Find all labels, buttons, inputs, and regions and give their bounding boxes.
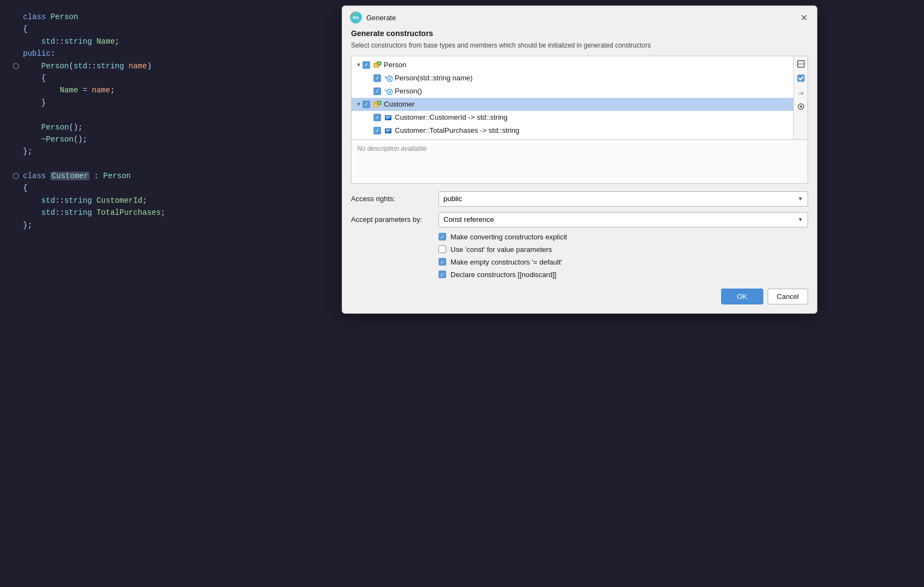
check-all-button[interactable]	[796, 73, 806, 84]
svg-rect-19	[385, 128, 391, 133]
person-class-icon: C +	[373, 61, 382, 69]
description-box: No description available	[351, 140, 808, 184]
customer-id-checkbox[interactable]: ✓	[373, 114, 381, 121]
tree-row-person-ctor-default[interactable]: ✓ * Person()	[352, 85, 793, 98]
tree-arrow: ▼	[355, 101, 362, 107]
person-label: Person	[384, 61, 406, 69]
tree-row-customer-total[interactable]: ✓ Customer::TotalPurchases -> std::strin…	[352, 124, 793, 137]
tree-row-customer[interactable]: ▼ ✓ C + C	[352, 98, 793, 111]
dialog-titlebar: RD Generate ✕	[342, 6, 817, 29]
person-ctor-default-label: Person()	[395, 87, 422, 95]
code-line: }	[11, 97, 230, 109]
tree-row-customer-id[interactable]: ✓ Customer::CustomerId -> std::string	[352, 111, 793, 124]
settings-button[interactable]	[796, 101, 806, 112]
const-label: Use 'const' for value parameters	[451, 245, 552, 254]
svg-text:z: z	[802, 91, 804, 94]
access-rights-label: Access rights:	[351, 195, 438, 203]
customer-class-icon: C +	[373, 100, 382, 109]
svg-text:+: +	[378, 62, 381, 66]
generate-dialog: RD Generate ✕ Generate constructors Sele…	[342, 5, 817, 314]
checkboxes-area: ✓ Make converting constructors explicit …	[351, 233, 808, 279]
code-line: ~Person();	[11, 133, 230, 145]
svg-rect-20	[386, 130, 390, 131]
customer-total-label: Customer::TotalPurchases -> std::string	[395, 126, 519, 134]
description-text: No description available	[357, 145, 426, 152]
nodiscard-label: Declare constructors [[nodiscard]]	[451, 271, 557, 279]
ok-button[interactable]: OK	[721, 289, 763, 304]
svg-text:C: C	[375, 63, 378, 68]
rd-logo: RD	[350, 11, 362, 24]
svg-rect-17	[386, 116, 390, 118]
svg-point-10	[387, 89, 393, 95]
customer-id-label: Customer::CustomerId -> std::string	[395, 113, 507, 121]
code-line	[11, 109, 230, 121]
dialog-overlay: RD Generate ✕ Generate constructors Sele…	[235, 0, 924, 587]
accept-params-label: Accept parameters by:	[351, 215, 438, 224]
accept-params-row: Accept parameters by: Const reference ▼	[351, 212, 808, 227]
code-line: {	[11, 72, 230, 84]
svg-rect-24	[798, 75, 804, 81]
close-button[interactable]: ✕	[798, 12, 809, 23]
checkbox-row-nodiscard: ✓ Declare constructors [[nodiscard]]	[351, 271, 808, 279]
customer-total-checkbox[interactable]: ✓	[373, 127, 381, 134]
svg-point-29	[800, 105, 802, 108]
svg-rect-18	[386, 118, 389, 119]
code-line: {	[11, 23, 230, 35]
gutter-circle-2	[11, 173, 21, 179]
default-checkbox[interactable]: ✓	[438, 258, 446, 266]
explicit-label: Make converting constructors explicit	[451, 233, 567, 241]
dialog-title: Generate	[366, 14, 798, 22]
svg-rect-21	[386, 131, 389, 132]
tree-row-person[interactable]: ▼ ✓ C +	[352, 58, 793, 72]
nodiscard-checkbox[interactable]: ✓	[438, 271, 446, 278]
access-rights-select[interactable]: public ▼	[438, 191, 808, 207]
code-line: public:	[11, 48, 230, 60]
ctor-default-icon: *	[384, 87, 393, 96]
explicit-checkbox[interactable]: ✓	[438, 233, 446, 240]
cancel-button[interactable]: Cancel	[768, 289, 808, 304]
dialog-body: Generate constructors Select constructor…	[342, 29, 817, 313]
code-line: std::string TotalPurchases;	[11, 207, 230, 219]
section-description: Select constructors from base types and …	[351, 41, 808, 50]
tree-container: ▼ ✓ C +	[351, 56, 808, 140]
person-ctor-name-checkbox[interactable]: ✓	[373, 74, 381, 82]
checkbox-row-explicit: ✓ Make converting constructors explicit	[351, 233, 808, 241]
select-arrow-icon: ▼	[798, 196, 803, 202]
code-line: std::string Name;	[11, 36, 230, 48]
code-line-customer: class Customer : Person	[11, 170, 230, 182]
code-line: {	[11, 182, 230, 194]
select-all-button[interactable]	[796, 58, 806, 69]
accept-params-select[interactable]: Const reference ▼	[438, 212, 808, 227]
field-icon	[384, 113, 393, 122]
code-line: };	[11, 219, 230, 231]
accept-params-value: Const reference	[443, 215, 494, 224]
customer-label: Customer	[384, 100, 414, 108]
app-icon: RD	[350, 11, 362, 24]
svg-text:+: +	[378, 101, 381, 105]
svg-point-1	[13, 173, 19, 179]
sort-button[interactable]: ↓ a z	[796, 87, 806, 98]
code-line: class Person	[11, 11, 230, 23]
field-total-icon	[384, 126, 393, 135]
customer-checkbox[interactable]: ✓	[362, 101, 370, 108]
code-line: };	[11, 145, 230, 157]
svg-point-0	[13, 63, 19, 69]
tree-sidebar: ↓ a z	[793, 56, 808, 139]
select-arrow-icon-2: ▼	[798, 216, 803, 222]
person-ctor-name-label: Person(std::string name)	[395, 74, 472, 82]
tree-row-person-ctor-name[interactable]: ✓ * Person(std::string name)	[352, 72, 793, 85]
dialog-buttons: OK Cancel	[351, 289, 808, 304]
const-checkbox[interactable]	[438, 245, 446, 253]
person-ctor-default-checkbox[interactable]: ✓	[373, 87, 381, 95]
code-line: Name = name;	[11, 84, 230, 96]
tree-arrow: ▼	[355, 62, 362, 68]
code-editor: class Person { std::string Name; public:…	[0, 0, 235, 587]
code-line: Person(std::string name)	[11, 60, 230, 72]
code-line	[11, 158, 230, 170]
checkbox-row-default: ✓ Make empty constructors '= default'	[351, 258, 808, 266]
code-line: Person();	[11, 121, 230, 133]
default-label: Make empty constructors '= default'	[451, 258, 562, 266]
person-checkbox[interactable]: ✓	[362, 61, 370, 69]
svg-point-8	[387, 76, 393, 81]
checkbox-row-const: Use 'const' for value parameters	[351, 245, 808, 254]
